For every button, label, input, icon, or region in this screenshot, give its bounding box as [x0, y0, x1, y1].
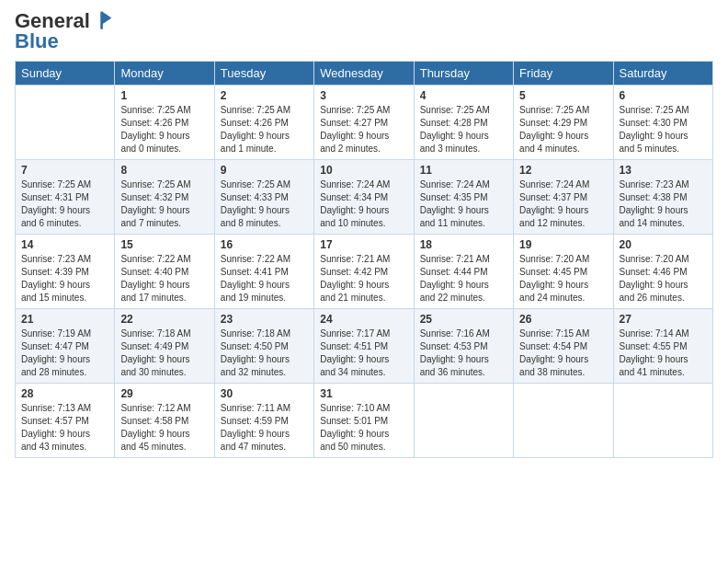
day-info: Sunrise: 7:21 AM Sunset: 4:44 PM Dayligh…: [420, 253, 507, 304]
day-number: 25: [420, 313, 507, 326]
calendar-cell: 23Sunrise: 7:18 AM Sunset: 4:50 PM Dayli…: [214, 309, 313, 384]
day-number: 30: [221, 387, 308, 400]
calendar-week-2: 7Sunrise: 7:25 AM Sunset: 4:31 PM Daylig…: [16, 160, 713, 235]
day-info: Sunrise: 7:25 AM Sunset: 4:29 PM Dayligh…: [519, 104, 607, 155]
day-info: Sunrise: 7:11 AM Sunset: 4:59 PM Dayligh…: [221, 402, 308, 454]
calendar-cell: 30Sunrise: 7:11 AM Sunset: 4:59 PM Dayli…: [214, 384, 313, 458]
day-number: 20: [620, 238, 707, 251]
calendar-cell: [613, 384, 712, 458]
day-info: Sunrise: 7:25 AM Sunset: 4:28 PM Dayligh…: [420, 104, 507, 155]
day-info: Sunrise: 7:25 AM Sunset: 4:31 PM Dayligh…: [21, 178, 108, 230]
svg-marker-0: [102, 12, 111, 25]
weekday-header-monday: Monday: [115, 62, 214, 86]
calendar-cell: 19Sunrise: 7:20 AM Sunset: 4:45 PM Dayli…: [514, 235, 613, 309]
day-info: Sunrise: 7:25 AM Sunset: 4:30 PM Dayligh…: [620, 104, 707, 155]
weekday-header-friday: Friday: [514, 62, 613, 86]
day-number: 27: [620, 313, 707, 326]
day-info: Sunrise: 7:13 AM Sunset: 4:57 PM Dayligh…: [21, 402, 108, 454]
day-info: Sunrise: 7:25 AM Sunset: 4:26 PM Dayligh…: [221, 104, 308, 155]
calendar-cell: 2Sunrise: 7:25 AM Sunset: 4:26 PM Daylig…: [214, 86, 313, 160]
day-number: 22: [120, 313, 208, 326]
calendar-cell: 1Sunrise: 7:25 AM Sunset: 4:26 PM Daylig…: [115, 86, 214, 160]
calendar-cell: 24Sunrise: 7:17 AM Sunset: 4:51 PM Dayli…: [314, 309, 414, 384]
day-info: Sunrise: 7:25 AM Sunset: 4:32 PM Dayligh…: [120, 178, 208, 230]
day-number: 2: [221, 89, 308, 102]
calendar-cell: 9Sunrise: 7:25 AM Sunset: 4:33 PM Daylig…: [214, 160, 313, 235]
day-info: Sunrise: 7:22 AM Sunset: 4:40 PM Dayligh…: [120, 253, 208, 304]
calendar-cell: 28Sunrise: 7:13 AM Sunset: 4:57 PM Dayli…: [16, 384, 115, 458]
day-number: 29: [120, 387, 208, 400]
day-number: 24: [320, 313, 407, 326]
day-number: 6: [620, 89, 707, 102]
calendar-cell: 5Sunrise: 7:25 AM Sunset: 4:29 PM Daylig…: [514, 86, 613, 160]
calendar-cell: 27Sunrise: 7:14 AM Sunset: 4:55 PM Dayli…: [613, 309, 712, 384]
day-number: 18: [420, 238, 507, 251]
day-info: Sunrise: 7:17 AM Sunset: 4:51 PM Dayligh…: [320, 327, 407, 379]
calendar-cell: 12Sunrise: 7:24 AM Sunset: 4:37 PM Dayli…: [514, 160, 613, 235]
page-container: General Blue SundayMondayTuesdayWednesda…: [0, 0, 728, 467]
calendar-cell: 10Sunrise: 7:24 AM Sunset: 4:34 PM Dayli…: [314, 160, 414, 235]
calendar-cell: 13Sunrise: 7:23 AM Sunset: 4:38 PM Dayli…: [613, 160, 712, 235]
day-info: Sunrise: 7:25 AM Sunset: 4:33 PM Dayligh…: [221, 178, 308, 230]
calendar-week-4: 21Sunrise: 7:19 AM Sunset: 4:47 PM Dayli…: [16, 309, 713, 384]
day-number: 12: [519, 164, 607, 177]
calendar-cell: 3Sunrise: 7:25 AM Sunset: 4:27 PM Daylig…: [314, 86, 414, 160]
day-info: Sunrise: 7:25 AM Sunset: 4:27 PM Dayligh…: [320, 104, 407, 155]
calendar-week-3: 14Sunrise: 7:23 AM Sunset: 4:39 PM Dayli…: [16, 235, 713, 309]
weekday-header-tuesday: Tuesday: [214, 62, 313, 86]
calendar-cell: 17Sunrise: 7:21 AM Sunset: 4:42 PM Dayli…: [314, 235, 414, 309]
weekday-header-row: SundayMondayTuesdayWednesdayThursdayFrid…: [16, 62, 713, 86]
day-info: Sunrise: 7:12 AM Sunset: 4:58 PM Dayligh…: [120, 402, 208, 454]
calendar-cell: 11Sunrise: 7:24 AM Sunset: 4:35 PM Dayli…: [414, 160, 513, 235]
svg-rect-1: [100, 12, 103, 29]
calendar-cell: 15Sunrise: 7:22 AM Sunset: 4:40 PM Dayli…: [115, 235, 214, 309]
day-info: Sunrise: 7:20 AM Sunset: 4:45 PM Dayligh…: [519, 253, 607, 304]
weekday-header-sunday: Sunday: [16, 62, 115, 86]
logo-icon: [90, 9, 114, 33]
day-info: Sunrise: 7:15 AM Sunset: 4:54 PM Dayligh…: [519, 327, 607, 379]
day-info: Sunrise: 7:18 AM Sunset: 4:50 PM Dayligh…: [221, 327, 308, 379]
calendar-cell: 26Sunrise: 7:15 AM Sunset: 4:54 PM Dayli…: [514, 309, 613, 384]
weekday-header-thursday: Thursday: [414, 62, 513, 86]
logo-blue-line: Blue: [15, 29, 59, 53]
day-info: Sunrise: 7:23 AM Sunset: 4:39 PM Dayligh…: [21, 253, 108, 304]
day-info: Sunrise: 7:23 AM Sunset: 4:38 PM Dayligh…: [620, 178, 707, 230]
logo: General Blue: [15, 9, 114, 53]
day-info: Sunrise: 7:21 AM Sunset: 4:42 PM Dayligh…: [320, 253, 407, 304]
day-number: 13: [620, 164, 707, 177]
calendar-week-1: 1Sunrise: 7:25 AM Sunset: 4:26 PM Daylig…: [16, 86, 713, 160]
day-number: 1: [120, 89, 208, 102]
calendar-cell: 22Sunrise: 7:18 AM Sunset: 4:49 PM Dayli…: [115, 309, 214, 384]
calendar-cell: 29Sunrise: 7:12 AM Sunset: 4:58 PM Dayli…: [115, 384, 214, 458]
day-number: 4: [420, 89, 507, 102]
day-number: 5: [519, 89, 607, 102]
day-info: Sunrise: 7:24 AM Sunset: 4:37 PM Dayligh…: [519, 178, 607, 230]
day-info: Sunrise: 7:18 AM Sunset: 4:49 PM Dayligh…: [120, 327, 208, 379]
calendar-cell: 6Sunrise: 7:25 AM Sunset: 4:30 PM Daylig…: [613, 86, 712, 160]
day-number: 17: [320, 238, 407, 251]
calendar-cell: 31Sunrise: 7:10 AM Sunset: 5:01 PM Dayli…: [314, 384, 414, 458]
day-info: Sunrise: 7:22 AM Sunset: 4:41 PM Dayligh…: [221, 253, 308, 304]
calendar-cell: 7Sunrise: 7:25 AM Sunset: 4:31 PM Daylig…: [16, 160, 115, 235]
day-info: Sunrise: 7:10 AM Sunset: 5:01 PM Dayligh…: [320, 402, 407, 454]
day-number: 28: [21, 387, 108, 400]
day-info: Sunrise: 7:24 AM Sunset: 4:34 PM Dayligh…: [320, 178, 407, 230]
day-number: 8: [120, 164, 208, 177]
calendar-table: SundayMondayTuesdayWednesdayThursdayFrid…: [15, 61, 713, 458]
day-number: 31: [320, 387, 407, 400]
calendar-cell: 25Sunrise: 7:16 AM Sunset: 4:53 PM Dayli…: [414, 309, 513, 384]
day-info: Sunrise: 7:25 AM Sunset: 4:26 PM Dayligh…: [120, 104, 208, 155]
day-number: 10: [320, 164, 407, 177]
weekday-header-saturday: Saturday: [613, 62, 712, 86]
calendar-cell: 21Sunrise: 7:19 AM Sunset: 4:47 PM Dayli…: [16, 309, 115, 384]
day-info: Sunrise: 7:20 AM Sunset: 4:46 PM Dayligh…: [620, 253, 707, 304]
day-number: 19: [519, 238, 607, 251]
calendar-cell: 16Sunrise: 7:22 AM Sunset: 4:41 PM Dayli…: [214, 235, 313, 309]
header: General Blue: [15, 9, 713, 53]
day-info: Sunrise: 7:19 AM Sunset: 4:47 PM Dayligh…: [21, 327, 108, 379]
calendar-cell: 18Sunrise: 7:21 AM Sunset: 4:44 PM Dayli…: [414, 235, 513, 309]
calendar-cell: 8Sunrise: 7:25 AM Sunset: 4:32 PM Daylig…: [115, 160, 214, 235]
calendar-cell: 20Sunrise: 7:20 AM Sunset: 4:46 PM Dayli…: [613, 235, 712, 309]
day-number: 3: [320, 89, 407, 102]
day-info: Sunrise: 7:24 AM Sunset: 4:35 PM Dayligh…: [420, 178, 507, 230]
